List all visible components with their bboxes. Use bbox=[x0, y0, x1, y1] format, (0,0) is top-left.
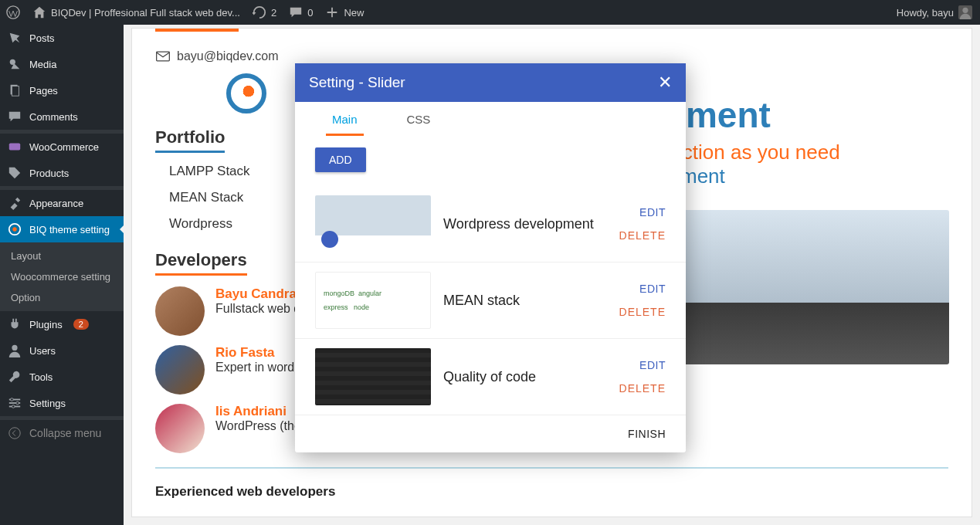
menu-woocommerce[interactable]: WooCommerce bbox=[0, 134, 124, 160]
finish-button[interactable]: FINISH bbox=[295, 415, 686, 443]
avatar bbox=[155, 286, 205, 336]
slider-title: MEAN stack bbox=[443, 293, 607, 309]
menu-plugins[interactable]: Plugins2 bbox=[0, 311, 124, 337]
developers-heading: Developers bbox=[155, 250, 247, 276]
menu-settings[interactable]: Settings bbox=[0, 390, 124, 416]
email-text: bayu@biqdev.com bbox=[177, 49, 279, 63]
slider-row: Wordpress development EDITDELETE bbox=[295, 186, 686, 262]
submenu-layout[interactable]: Layout bbox=[0, 246, 124, 266]
delete-button[interactable]: DELETE bbox=[619, 229, 666, 242]
email-row: bayu@biqdev.com bbox=[155, 49, 948, 64]
slider-thumb bbox=[315, 195, 431, 252]
menu-users[interactable]: Users bbox=[0, 337, 124, 364]
avatar-icon bbox=[958, 5, 972, 19]
svg-point-6 bbox=[12, 227, 16, 231]
active-tab-indicator bbox=[155, 29, 239, 32]
svg-point-7 bbox=[12, 345, 17, 351]
menu-tools[interactable]: Tools bbox=[0, 364, 124, 390]
menu-collapse[interactable]: Collapse menu bbox=[0, 420, 124, 446]
menu-media[interactable]: Media bbox=[0, 51, 124, 77]
svg-point-11 bbox=[11, 398, 14, 401]
svg-point-14 bbox=[9, 428, 20, 439]
submenu-biq: Layout Woocommerce setting Option bbox=[0, 242, 124, 311]
modal-title: Setting - Slider bbox=[309, 74, 405, 91]
site-name: BIQDev | Proffesional Full stack web dev… bbox=[51, 7, 240, 19]
submenu-woocommerce-setting[interactable]: Woocommerce setting bbox=[0, 266, 124, 287]
menu-pages[interactable]: Pages bbox=[0, 77, 124, 103]
plugins-badge: 2 bbox=[73, 319, 89, 330]
submenu-option[interactable]: Option bbox=[0, 287, 124, 308]
slider-thumb bbox=[315, 272, 431, 329]
admin-bar: BIQDev | Proffesional Full stack web dev… bbox=[0, 0, 980, 25]
comments-link[interactable]: 0 bbox=[289, 5, 313, 19]
menu-biq-theme[interactable]: BIQ theme setting bbox=[0, 216, 124, 242]
close-icon[interactable]: ✕ bbox=[658, 74, 672, 91]
avatar bbox=[155, 404, 205, 453]
portfolio-heading: Portfolio bbox=[155, 127, 225, 153]
menu-posts[interactable]: Posts bbox=[0, 25, 124, 51]
envelope-icon bbox=[155, 49, 171, 64]
slider-row: Quality of code EDITDELETE bbox=[295, 339, 686, 415]
delete-button[interactable]: DELETE bbox=[619, 306, 666, 318]
modal-header: Setting - Slider ✕ bbox=[295, 63, 686, 102]
brand-logo bbox=[226, 73, 266, 113]
modal-tabs: Main CSS bbox=[295, 102, 686, 137]
svg-rect-4 bbox=[9, 144, 20, 151]
svg-point-0 bbox=[7, 6, 19, 19]
slider-title: Wordpress development bbox=[443, 216, 607, 232]
avatar bbox=[155, 345, 205, 395]
slider-setting-modal: Setting - Slider ✕ Main CSS ADD Wordpres… bbox=[295, 63, 686, 452]
svg-point-12 bbox=[16, 401, 19, 405]
admin-menu: Posts Media Pages Comments WooCommerce P… bbox=[0, 25, 124, 525]
tab-css[interactable]: CSS bbox=[401, 113, 437, 136]
experienced-heading: Experienced web developers bbox=[155, 484, 948, 500]
svg-point-13 bbox=[12, 405, 15, 408]
add-button[interactable]: ADD bbox=[315, 147, 366, 172]
updates-link[interactable]: 2 bbox=[253, 5, 276, 19]
new-link[interactable]: New bbox=[325, 5, 364, 19]
slider-thumb bbox=[315, 348, 431, 405]
slider-row: MEAN stack EDITDELETE bbox=[295, 262, 686, 339]
menu-appearance[interactable]: Appearance bbox=[0, 190, 124, 216]
site-link[interactable]: BIQDev | Proffesional Full stack web dev… bbox=[32, 5, 240, 19]
slider-title: Quality of code bbox=[443, 369, 607, 385]
edit-button[interactable]: EDIT bbox=[619, 359, 666, 371]
delete-button[interactable]: DELETE bbox=[619, 382, 666, 395]
account-link[interactable]: Howdy, bayu bbox=[897, 5, 980, 19]
svg-rect-3 bbox=[12, 86, 19, 97]
edit-button[interactable]: EDIT bbox=[619, 283, 666, 295]
divider bbox=[155, 467, 948, 469]
wp-logo[interactable] bbox=[6, 5, 20, 19]
menu-comments[interactable]: Comments bbox=[0, 103, 124, 130]
menu-products[interactable]: Products bbox=[0, 160, 124, 186]
svg-rect-15 bbox=[157, 52, 170, 61]
tab-main[interactable]: Main bbox=[326, 113, 364, 136]
edit-button[interactable]: EDIT bbox=[619, 206, 666, 218]
